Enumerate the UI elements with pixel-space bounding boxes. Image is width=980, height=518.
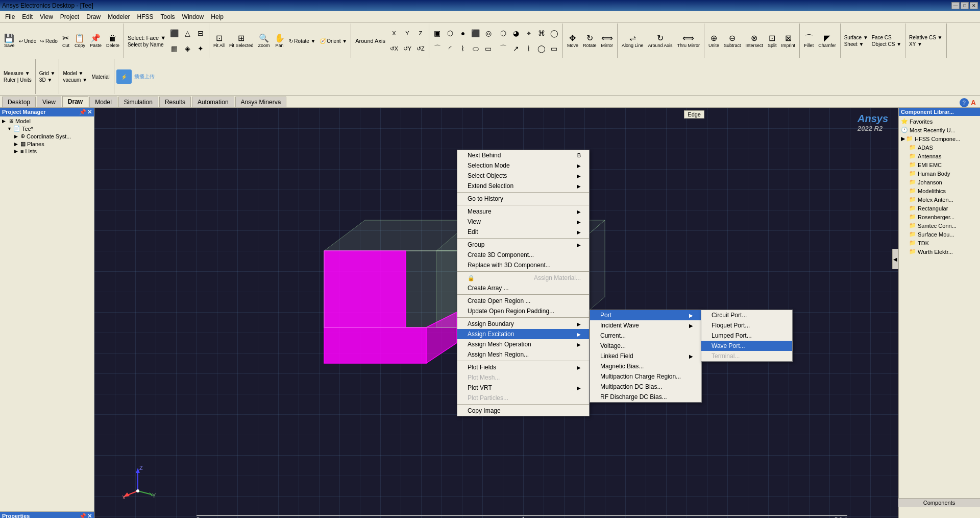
measure-dropdown[interactable]: Measure ▼ Ruler | Units	[2, 70, 33, 83]
split-button[interactable]: ⊡Split	[766, 33, 779, 50]
rotate-dropdown[interactable]: ↻ Rotate ▼	[287, 38, 317, 44]
delete-button[interactable]: 🗑Delete	[104, 33, 121, 50]
ctx-create-3d[interactable]: Create 3D Component...	[457, 250, 589, 260]
draw-btn12[interactable]: ⌒	[497, 41, 509, 56]
ctx-update-open-region[interactable]: Update Open Region Padding...	[457, 306, 589, 316]
around-axis-button[interactable]: ↻Around Axis	[646, 33, 675, 50]
tab-view[interactable]: View	[37, 97, 61, 107]
props-close-icon[interactable]: ✕	[87, 513, 92, 518]
imprint-button[interactable]: ⊠Imprint	[779, 33, 798, 50]
right-panel-collapse[interactable]: ◀	[892, 249, 898, 269]
submenu-floquet-port[interactable]: Floquet Port...	[701, 320, 792, 331]
draw-btn9[interactable]: ⌖	[523, 26, 535, 40]
model-dropdown[interactable]: Model ▼ vacuum ▼	[61, 70, 89, 83]
ctx-select-objects[interactable]: Select Objects ▶	[457, 171, 589, 181]
draw-btn16[interactable]: ▭	[548, 41, 560, 56]
draw-rect-button[interactable]: ▭	[482, 41, 495, 56]
cut-button[interactable]: ✂Cut	[60, 33, 72, 50]
submenu-rf-discharge[interactable]: RF Discharge DC Bias...	[590, 392, 701, 402]
zoom-button[interactable]: 🔍Zoom	[256, 33, 272, 50]
undo-button[interactable]: ↩ Undo	[17, 38, 38, 44]
mirror-button[interactable]: ⟺Mirror	[599, 33, 615, 50]
minimize-button[interactable]: —	[951, 2, 960, 9]
comp-favorites[interactable]: ⭐ Favorites	[900, 117, 979, 126]
submenu-current[interactable]: Current...	[590, 331, 701, 341]
menu-edit[interactable]: Edit	[19, 12, 36, 21]
tree-item-planes[interactable]: ▶ ▦ Planes	[13, 140, 93, 148]
expand-tee[interactable]: ▼	[7, 126, 13, 131]
connect-button[interactable]: ⚡	[116, 69, 132, 84]
menu-view[interactable]: View	[37, 12, 56, 21]
submenu-magnetic-bias[interactable]: Magnetic Bias...	[590, 361, 701, 371]
cs-dropdown[interactable]: Relative CS ▼ XY ▼	[908, 34, 944, 48]
sel-btn5[interactable]: ◈	[181, 41, 193, 56]
chinese-label[interactable]: 插播上传	[132, 69, 157, 84]
help-button[interactable]: ?	[960, 98, 969, 107]
comp-johanson[interactable]: 📁Johanson	[908, 178, 979, 186]
tree-item-root[interactable]: ▶ 🖥 Model	[1, 117, 93, 125]
menu-draw[interactable]: Draw	[83, 12, 104, 21]
draw-arc-button[interactable]: ◜	[444, 41, 456, 56]
comp-molex[interactable]: 📁Molex Anten...	[908, 195, 979, 204]
tab-model[interactable]: Model	[89, 97, 117, 107]
redo-button[interactable]: ↪ Redo	[38, 38, 59, 44]
pm-pin-icon[interactable]: 📌	[79, 109, 86, 115]
draw-btn15[interactable]: ◯	[535, 41, 548, 56]
sel-btn1[interactable]: ⬛	[168, 26, 180, 40]
close-button[interactable]: ✕	[970, 2, 978, 9]
ctx-copy-image[interactable]: Copy Image	[457, 406, 589, 416]
ctx-assign-excitation[interactable]: Assign Excitation ▶	[457, 329, 589, 339]
ctx-assign-boundary[interactable]: Assign Boundary ▶	[457, 319, 589, 329]
axis-btn6[interactable]: ↺Z	[414, 41, 427, 56]
orient-dropdown[interactable]: 🧭 Orient ▼	[318, 38, 349, 44]
sel-btn2[interactable]: △	[181, 26, 193, 40]
tab-simulation[interactable]: Simulation	[118, 97, 158, 107]
select-dropdown[interactable]: Select: Face ▼ Select by Name	[126, 34, 167, 48]
axis-btn2[interactable]: Y	[401, 26, 413, 40]
draw-btn14[interactable]: ⌇	[523, 41, 535, 56]
draw-spline-button[interactable]: ⌇	[457, 41, 469, 56]
grid-dropdown[interactable]: Grid ▼ 3D ▼	[38, 70, 57, 83]
draw-btn10[interactable]: ⌘	[535, 26, 548, 40]
tree-item-tee[interactable]: ▼ 📄 Tee*	[6, 125, 93, 132]
comp-antennas[interactable]: 📁Antennas	[908, 152, 979, 160]
draw-cyl-button[interactable]: ⬡	[444, 26, 456, 40]
ctx-measure[interactable]: Measure ▶	[457, 206, 589, 217]
ctx-selection-mode[interactable]: Selection Mode ▶	[457, 160, 589, 171]
pm-close-icon[interactable]: ✕	[87, 109, 92, 115]
submenu-voltage[interactable]: Voltage...	[590, 341, 701, 351]
ctx-replace-3d[interactable]: Replace with 3D Component...	[457, 260, 589, 270]
facecs-dropdown[interactable]: Face CS Object CS ▼	[870, 34, 903, 48]
comp-wurth[interactable]: 📁Wurth Elektr...	[908, 247, 979, 256]
menu-project[interactable]: Project	[57, 12, 82, 21]
fit-selected-button[interactable]: ⊞Fit Selected	[227, 33, 256, 50]
comp-modelithics[interactable]: 📁Modelithics	[908, 186, 979, 195]
ctx-go-history[interactable]: Go to History	[457, 194, 589, 204]
submenu-wave-port[interactable]: Wave Port...	[701, 341, 792, 351]
submenu-multipaction-charge[interactable]: Multipaction Charge Region...	[590, 371, 701, 382]
surface-dropdown[interactable]: Surface ▼ Sheet ▼	[843, 34, 870, 48]
copy-button[interactable]: 📋Copy	[72, 33, 87, 50]
axis-btn3[interactable]: Z	[414, 26, 427, 40]
comp-recently-used[interactable]: 🕐 Most Recently U...	[900, 126, 979, 134]
draw-btn7[interactable]: ⬡	[497, 26, 509, 40]
ctx-plot-vrt[interactable]: Plot VRT ▶	[457, 383, 589, 393]
menu-tools[interactable]: Tools	[158, 12, 178, 21]
tab-ansys-minerva[interactable]: Ansys Minerva	[235, 97, 287, 107]
submenu-incident-wave[interactable]: Incident Wave ▶	[590, 320, 701, 331]
ctx-assign-mesh-region[interactable]: Assign Mesh Region...	[457, 349, 589, 360]
menu-hfss[interactable]: HFSS	[134, 12, 157, 21]
ctx-next-behind[interactable]: Next Behind B	[457, 150, 589, 160]
draw-torus-button[interactable]: ◎	[482, 26, 495, 40]
fillet-button[interactable]: ⌒Fillet	[802, 33, 816, 50]
axis-btn5[interactable]: ↺Y	[401, 41, 413, 56]
sel-btn3[interactable]: ⊟	[194, 26, 207, 40]
save-button[interactable]: 💾Save	[2, 33, 17, 50]
props-pin-icon[interactable]: 📌	[79, 513, 86, 518]
maximize-button[interactable]: □	[961, 2, 969, 9]
submenu-linked-field[interactable]: Linked Field ▶	[590, 351, 701, 361]
tab-draw[interactable]: Draw	[62, 96, 88, 107]
along-line-button[interactable]: ⇌Along Line	[620, 33, 646, 50]
menu-help[interactable]: Help	[208, 12, 227, 21]
rotate-btn[interactable]: ↻Rotate	[581, 33, 599, 50]
